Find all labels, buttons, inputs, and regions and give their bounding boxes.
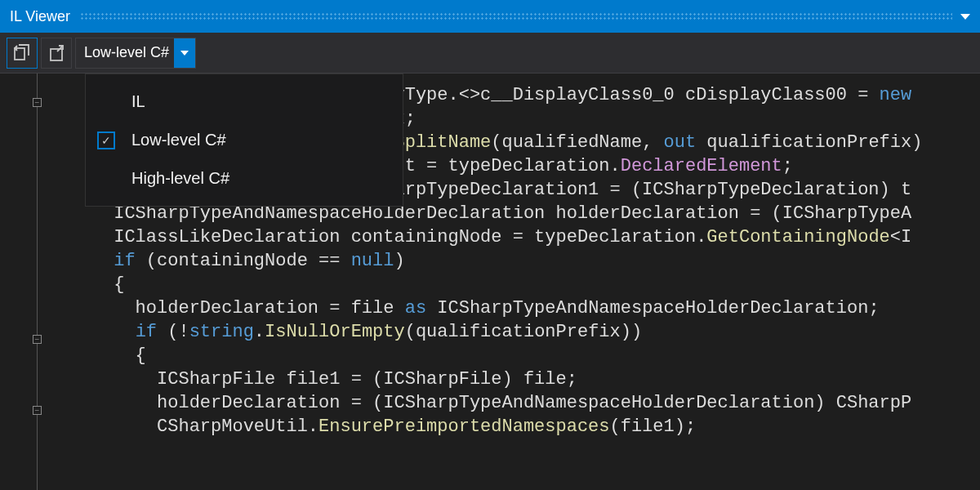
dropdown-option-high-level[interactable]: High-level C# [86, 159, 403, 198]
titlebar: IL Viewer [0, 0, 980, 33]
svg-rect-1 [51, 49, 62, 60]
gutter: − − − [0, 74, 49, 490]
titlebar-grip[interactable] [80, 12, 952, 20]
dropdown-option-label: Low-level C# [131, 131, 226, 149]
refresh-button[interactable] [41, 38, 72, 69]
sync-with-editor-button[interactable] [7, 38, 38, 69]
view-mode-dropdown-menu: IL ✓ Low-level C# High-level C# [85, 74, 403, 207]
dropdown-selected-label: Low-level C# [84, 44, 174, 61]
fold-toggle-icon[interactable]: − [33, 406, 42, 415]
fold-toggle-icon[interactable]: − [33, 98, 42, 107]
dropdown-option-il[interactable]: IL [86, 82, 403, 121]
dropdown-option-label: IL [131, 92, 145, 111]
dropdown-option-label: High-level C# [131, 169, 229, 188]
dropdown-caret-icon[interactable] [174, 38, 195, 68]
toolbar: Low-level C# [0, 33, 980, 74]
fold-toggle-icon[interactable]: − [33, 335, 42, 344]
check-icon: ✓ [97, 131, 115, 149]
window-title: IL Viewer [10, 8, 70, 25]
fold-guide-line [37, 74, 38, 490]
window-menu-arrow-icon[interactable] [960, 14, 970, 20]
dropdown-option-low-level[interactable]: ✓ Low-level C# [86, 121, 403, 159]
view-mode-dropdown[interactable]: Low-level C# [75, 38, 196, 69]
